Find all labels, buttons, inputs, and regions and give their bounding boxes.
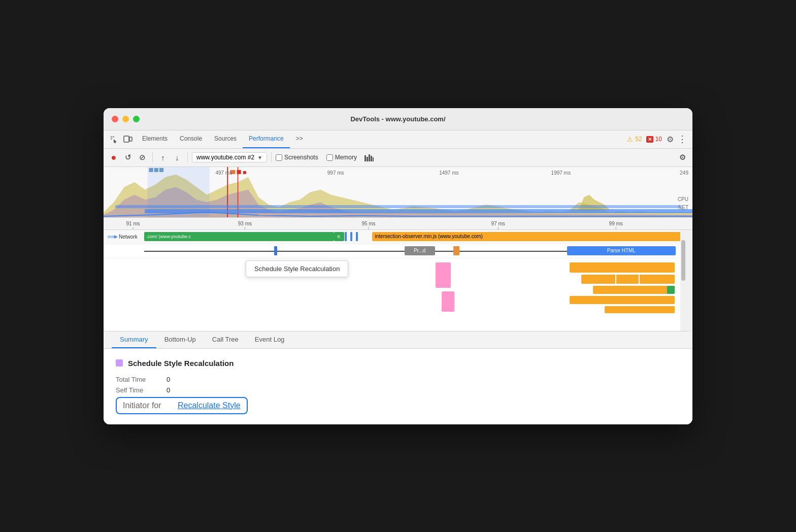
self-time-label: Self Time bbox=[116, 386, 167, 394]
maximize-button[interactable] bbox=[133, 116, 140, 122]
network-row: ww▶ Network .com/ (www.youtube.c K inter bbox=[104, 230, 686, 244]
minimize-button[interactable] bbox=[122, 116, 129, 122]
svg-rect-5 bbox=[364, 155, 366, 161]
session-label: www.youtube.com #2 bbox=[196, 154, 254, 161]
download-button[interactable]: ↓ bbox=[171, 151, 183, 163]
time-ruler: 91 ms 93 ms 95 ms 97 ms 99 ms bbox=[104, 218, 692, 230]
device-toggle-icon[interactable] bbox=[122, 133, 134, 145]
settings-icon[interactable]: ⚙ bbox=[664, 133, 676, 145]
total-time-label: Total Time bbox=[116, 376, 167, 383]
svg-rect-8 bbox=[371, 156, 372, 161]
flame-rows bbox=[104, 258, 686, 329]
svg-rect-2 bbox=[111, 138, 112, 140]
initiator-row: Initiator for Recalculate Style bbox=[116, 397, 680, 414]
divider3 bbox=[271, 152, 272, 162]
divider1 bbox=[152, 152, 153, 162]
green-small bbox=[667, 286, 675, 294]
pink-block-1 bbox=[436, 262, 451, 288]
close-button[interactable] bbox=[112, 116, 118, 122]
more-icon[interactable]: ⋮ bbox=[676, 133, 688, 145]
svg-rect-15 bbox=[159, 168, 163, 172]
svg-rect-14 bbox=[154, 168, 158, 172]
main-thread-row: Pr...d Parse HTML bbox=[104, 244, 686, 258]
summary-title: Schedule Style Recalculation bbox=[116, 359, 680, 368]
small-bar-2 bbox=[350, 232, 352, 241]
yellow-row-2 bbox=[581, 275, 675, 284]
tooltip: Schedule Style Recalculation bbox=[246, 260, 348, 277]
tab-call-tree[interactable]: Call Tree bbox=[204, 331, 247, 348]
svg-rect-4 bbox=[129, 137, 132, 141]
time-label-497: 497 ms bbox=[215, 170, 232, 176]
traffic-lights bbox=[112, 116, 140, 122]
divider2 bbox=[187, 152, 188, 162]
svg-rect-9 bbox=[373, 157, 374, 161]
session-select[interactable]: www.youtube.com #2 ▼ bbox=[192, 152, 267, 162]
warning-badge: ⚠ 52 bbox=[627, 136, 642, 143]
time-label-997: 997 ms bbox=[327, 170, 344, 176]
k-label[interactable]: K bbox=[334, 232, 344, 241]
reload-button[interactable]: ↺ bbox=[122, 151, 134, 163]
svg-rect-13 bbox=[149, 168, 153, 172]
tab-event-log[interactable]: Event Log bbox=[247, 331, 293, 348]
toolbar-settings-icon[interactable]: ⚙ bbox=[676, 151, 688, 163]
yellow-row-5 bbox=[605, 306, 675, 313]
flamechart-icon[interactable] bbox=[363, 151, 375, 163]
intersection-observer-bar[interactable]: intersection-observer.min.js (www.youtub… bbox=[372, 232, 686, 241]
bottom-panel: Summary Bottom-Up Call Tree Event Log Sc… bbox=[104, 331, 692, 424]
tab-performance[interactable]: Performance bbox=[243, 130, 290, 148]
yellow-row-4 bbox=[570, 296, 675, 304]
time-label-249: 249 bbox=[680, 170, 688, 176]
cpu-bar bbox=[115, 205, 681, 208]
total-time-value: 0 bbox=[167, 376, 170, 383]
summary-content: Schedule Style Recalculation Total Time … bbox=[104, 349, 692, 424]
self-time-value: 0 bbox=[167, 386, 170, 394]
svg-rect-7 bbox=[369, 154, 370, 161]
upload-button[interactable]: ↑ bbox=[157, 151, 169, 163]
titlebar: DevTools - www.youtube.com/ bbox=[104, 108, 692, 130]
network-row-content: .com/ (www.youtube.c K intersection-obse… bbox=[144, 230, 686, 244]
parse-html-bar[interactable]: Parse HTML bbox=[567, 246, 676, 255]
yellow-row-3 bbox=[593, 286, 675, 294]
prd-bar[interactable]: Pr...d bbox=[405, 246, 435, 255]
timeline-overview[interactable]: 497 ms 997 ms 1497 ms 1997 ms 249 CPU NE… bbox=[104, 167, 692, 218]
net-bar bbox=[145, 209, 692, 213]
screenshots-checkbox[interactable]: Screenshots bbox=[276, 154, 318, 161]
devtools-window: DevTools - www.youtube.com/ Elements Con… bbox=[104, 108, 692, 424]
record-button[interactable]: ● bbox=[108, 151, 120, 163]
self-time-row: Self Time 0 bbox=[116, 386, 680, 394]
small-bar-1 bbox=[345, 232, 347, 241]
total-time-row: Total Time 0 bbox=[116, 376, 680, 383]
session-arrow: ▼ bbox=[257, 155, 262, 160]
svg-rect-1 bbox=[113, 136, 114, 138]
orange-bar bbox=[453, 246, 459, 255]
tab-sources[interactable]: Sources bbox=[208, 130, 243, 148]
svg-rect-3 bbox=[124, 136, 129, 142]
error-badge: ✕ 10 bbox=[646, 136, 662, 143]
network-bar-main[interactable]: .com/ (www.youtube.c bbox=[144, 232, 334, 241]
tab-summary[interactable]: Summary bbox=[112, 331, 156, 348]
clear-button[interactable]: ⊘ bbox=[136, 151, 148, 163]
arrow-line bbox=[144, 251, 632, 252]
gap-1 bbox=[639, 275, 640, 284]
initiator-link[interactable]: Recalculate Style bbox=[178, 401, 241, 410]
memory-checkbox[interactable]: Memory bbox=[326, 154, 357, 161]
tab-console[interactable]: Console bbox=[174, 130, 208, 148]
scrollbar-thumb[interactable] bbox=[681, 240, 685, 281]
tab-bottom-up[interactable]: Bottom-Up bbox=[156, 331, 204, 348]
trace-area[interactable]: ww▶ Network .com/ (www.youtube.c K inter bbox=[104, 230, 692, 331]
time-label-1497: 1497 ms bbox=[439, 170, 458, 176]
tab-elements[interactable]: Elements bbox=[136, 130, 174, 148]
cursor-icon[interactable] bbox=[108, 133, 120, 145]
main-thread-content: Pr...d Parse HTML bbox=[144, 244, 686, 258]
devtools-nav: Elements Console Sources Performance >> … bbox=[104, 130, 692, 149]
blue-bar bbox=[274, 246, 277, 255]
svg-rect-17 bbox=[237, 170, 241, 174]
bottom-tabs: Summary Bottom-Up Call Tree Event Log bbox=[104, 331, 692, 349]
small-bar-3 bbox=[356, 232, 358, 241]
performance-toolbar: ● ↺ ⊘ ↑ ↓ www.youtube.com #2 ▼ Screensho… bbox=[104, 149, 692, 167]
tab-more[interactable]: >> bbox=[290, 130, 309, 148]
initiator-highlight: Initiator for Recalculate Style bbox=[116, 397, 248, 414]
scrollbar[interactable] bbox=[680, 230, 686, 331]
yellow-row-1 bbox=[570, 262, 675, 273]
svg-rect-6 bbox=[367, 157, 368, 161]
